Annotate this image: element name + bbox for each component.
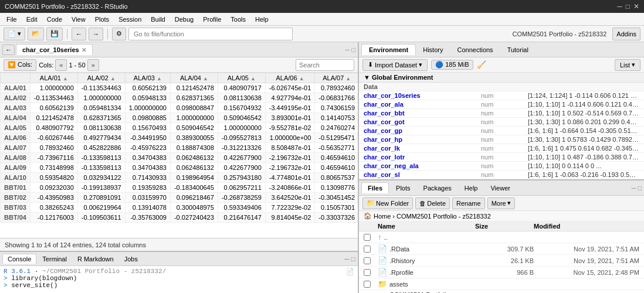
file-checkbox-2[interactable] xyxy=(364,257,371,264)
file-item[interactable]: 📄 .Rhistory 26.1 KB Nov 19, 2021, 7:51 A… xyxy=(359,255,644,267)
file-checkbox-1[interactable] xyxy=(364,246,371,253)
console-min-icon[interactable]: ─ xyxy=(344,255,350,263)
tab-plots[interactable]: Plots xyxy=(390,183,416,193)
menu-tools[interactable]: Tools xyxy=(226,15,250,24)
table-row: ALA/011.00000000-0.1135344630.605621390.… xyxy=(1,83,358,93)
search-input[interactable] xyxy=(296,59,354,71)
breadcrumb-home[interactable]: Home xyxy=(374,213,391,220)
tab-environment[interactable]: Environment xyxy=(361,44,416,55)
file-checkbox-4[interactable] xyxy=(364,281,371,288)
delete-btn[interactable]: 🗑 Delete xyxy=(415,197,450,209)
console-max-icon[interactable]: □ xyxy=(351,255,355,263)
cell-9-1: 0.59354820 xyxy=(30,173,77,183)
tab-console[interactable]: Console xyxy=(2,254,36,264)
console-content[interactable]: R 3.6.1 · ~/COMM2501 Portfolio - z521833… xyxy=(0,266,358,293)
menu-file[interactable]: File xyxy=(2,15,21,24)
pane-max-icon[interactable]: □ xyxy=(351,46,355,53)
menu-session[interactable]: Session xyxy=(114,15,145,24)
env-item[interactable]: char_cor_lotr num [1:10, 1:10] 1 0.487 -… xyxy=(359,153,644,162)
menu-code[interactable]: Code xyxy=(43,15,66,24)
back-btn[interactable]: ← xyxy=(72,28,86,40)
col-header-0[interactable] xyxy=(1,73,30,83)
tab-jobs[interactable]: Jobs xyxy=(120,254,143,264)
maximize-btn[interactable]: □ xyxy=(626,2,630,11)
minimize-btn[interactable]: ─ xyxy=(617,2,622,11)
env-item[interactable]: char_cor_lk num [1:6, 1:6] 1 0.475 0.614… xyxy=(359,144,644,153)
file-item[interactable]: 📄 COMM2501 Portfolio - z5218332.Rproj 21… xyxy=(359,290,644,293)
more-btn[interactable]: More ▾ xyxy=(487,197,515,209)
import-dataset-btn[interactable]: ⬇ Import Dataset ▾ xyxy=(362,59,428,71)
data-tab-close[interactable]: ✕ xyxy=(82,47,86,53)
env-item[interactable]: char_cor_gp num [1:6, 1:6] 1 -0.664 0.15… xyxy=(359,127,644,135)
env-item[interactable]: char_cor_10series num [1:124, 1:124] 1 -… xyxy=(359,91,644,100)
menu-help[interactable]: Help xyxy=(251,15,273,24)
env-item[interactable]: char_cor_ala num [1:10, 1:10] 1 -0.114 0… xyxy=(359,100,644,109)
tab-files[interactable]: Files xyxy=(361,182,389,193)
menu-edit[interactable]: Edit xyxy=(22,15,42,24)
cols-next-btn[interactable]: » xyxy=(87,59,99,71)
file-item[interactable]: 📄 .Rprofile 966 B Nov 15, 2021, 2:48 PM xyxy=(359,267,644,278)
file-item[interactable]: ↑ .. xyxy=(359,231,644,243)
menu-build[interactable]: Build xyxy=(147,15,169,24)
env-item[interactable]: char_cor_hp num [1:30, 1:30] 1 0.5783 -0… xyxy=(359,135,644,144)
col-header-3[interactable]: ALA/03 ▲ xyxy=(125,73,170,83)
cell-12-2: 0.006219964 xyxy=(77,203,125,213)
data-back-btn[interactable]: ← xyxy=(2,45,15,55)
data-tab-char-cor[interactable]: char_cor_10series ✕ xyxy=(16,44,93,55)
files-pane-max[interactable]: □ xyxy=(638,185,642,192)
table-row: ALA/100.593548200.0329341220.714309330.1… xyxy=(1,173,358,183)
breadcrumb-project[interactable]: COMM2501 Portfolio - z5218332 xyxy=(396,213,491,220)
pane-min-icon[interactable]: ─ xyxy=(345,46,350,53)
open-file-btn[interactable]: 📂 xyxy=(28,28,44,40)
cell-11-3: 0.03159970 xyxy=(125,193,170,203)
col-header-1[interactable]: ALA/01 ▲ xyxy=(30,73,77,83)
new-folder-btn[interactable]: 📁 New Folder xyxy=(362,197,413,209)
col-header-2[interactable]: ALA/02 ▲ xyxy=(77,73,125,83)
files-area: Files Plots Packages Help Viewer ─ □ 📁 N… xyxy=(359,179,644,293)
data-table-wrap[interactable]: ALA/01 ▲ALA/02 ▲ALA/03 ▲ALA/04 ▲ALA/05 ▲… xyxy=(0,73,358,238)
env-item-type: num xyxy=(481,145,528,152)
env-item[interactable]: char_cor_sl num [1:6, 1:6] 1 -0.063 -0.2… xyxy=(359,171,644,179)
col-header-4[interactable]: ALA/04 ▲ xyxy=(170,73,218,83)
env-item[interactable]: char_cor_neg_ala num [1:10, 1:10] 0 0.11… xyxy=(359,162,644,171)
menu-view[interactable]: View xyxy=(67,15,90,24)
tab-help[interactable]: Help xyxy=(459,183,484,193)
cell-1-5: 0.081130638 xyxy=(218,93,265,103)
file-item[interactable]: 📁 assets xyxy=(359,278,644,290)
forward-btn[interactable]: → xyxy=(89,28,103,40)
cell-4-4: 0.509046542 xyxy=(170,123,218,133)
col-header-6[interactable]: ALA/06 ▲ xyxy=(265,73,315,83)
file-item[interactable]: 📄 .RData 309.7 KB Nov 19, 2021, 7:51 AM xyxy=(359,243,644,255)
file-checkbox-3[interactable] xyxy=(364,269,371,276)
go-to-file-input[interactable] xyxy=(128,28,293,40)
env-item[interactable]: char_cor_bbt num [1:10, 1:10] 1 0.502 -0… xyxy=(359,109,644,118)
cols-first-btn[interactable]: « xyxy=(55,59,67,71)
tab-tutorial[interactable]: Tutorial xyxy=(500,45,535,55)
tab-rmarkdown[interactable]: R Markdown xyxy=(73,254,118,264)
breadcrumb-sep: › xyxy=(392,213,395,220)
file-checkbox-0[interactable] xyxy=(364,234,371,241)
filter-btn[interactable]: 🔽 Cols: xyxy=(4,59,36,71)
env-item[interactable]: char_cor_got num [1:30, 1:30] 1 0.086 0.… xyxy=(359,118,644,127)
env-item-name: char_cor_neg_ala xyxy=(364,162,481,169)
tab-connections[interactable]: Connections xyxy=(450,45,500,55)
close-btn[interactable]: ✕ xyxy=(633,2,639,11)
files-pane-min[interactable]: ─ xyxy=(632,185,636,192)
menu-profile[interactable]: Profile xyxy=(199,15,225,24)
addins-btn[interactable]: Addins xyxy=(612,28,640,40)
menu-debug[interactable]: Debug xyxy=(171,15,198,24)
list-btn[interactable]: List ▾ xyxy=(615,59,640,71)
rename-btn[interactable]: Rename xyxy=(452,197,485,209)
col-header-5[interactable]: ALA/05 ▲ xyxy=(218,73,265,83)
tab-history[interactable]: History xyxy=(416,45,450,55)
save-btn[interactable]: 💾 xyxy=(46,28,63,40)
new-file-btn[interactable]: 📄▾ xyxy=(4,28,25,40)
tab-viewer[interactable]: Viewer xyxy=(484,183,516,193)
menu-plots[interactable]: Plots xyxy=(91,15,113,24)
broom-icon[interactable]: 🧹 xyxy=(477,60,486,69)
col-header-7[interactable]: ALA/07 ▲ xyxy=(315,73,358,83)
settings-btn[interactable]: ⚙ xyxy=(112,28,126,40)
title-bar-controls[interactable]: ─ □ ✕ xyxy=(617,2,639,11)
tab-packages[interactable]: Packages xyxy=(418,183,457,193)
tab-terminal[interactable]: Terminal xyxy=(38,254,72,264)
